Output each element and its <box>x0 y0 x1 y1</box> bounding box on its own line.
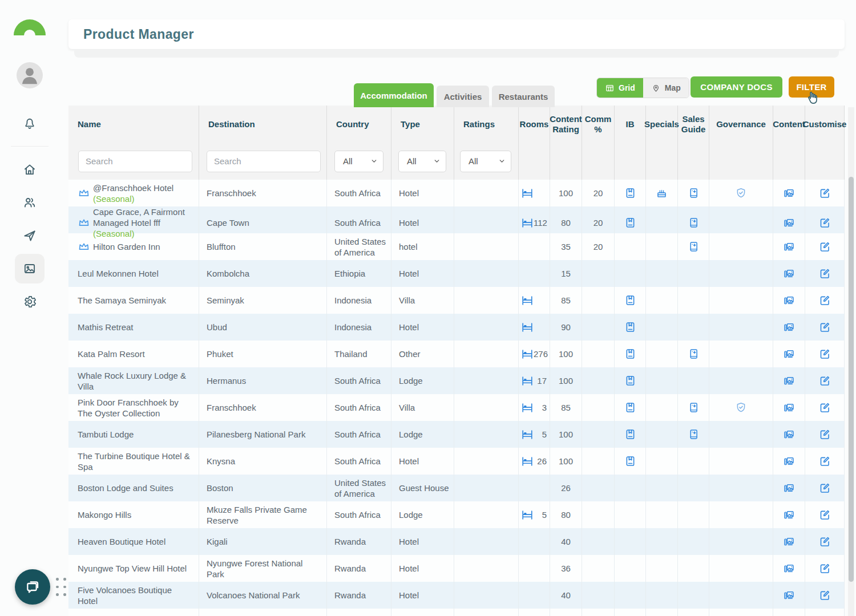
content-gallery-icon[interactable] <box>783 402 795 414</box>
ib-book-icon[interactable] <box>624 321 636 333</box>
customise-edit-icon[interactable] <box>819 321 831 333</box>
specials-cake-icon[interactable] <box>656 187 668 199</box>
content-gallery-icon[interactable] <box>783 536 795 548</box>
destination-cell: Ubud <box>199 314 327 341</box>
type-select-value: All <box>407 156 417 166</box>
ib-book-icon[interactable] <box>624 402 636 414</box>
ratings-select-value: All <box>469 156 478 166</box>
customise-edit-icon[interactable] <box>819 402 831 414</box>
customise-edit-icon[interactable] <box>819 268 831 279</box>
customise-edit-icon[interactable] <box>819 187 831 199</box>
type-select[interactable]: All <box>398 151 446 172</box>
customise-edit-icon[interactable] <box>819 562 831 574</box>
sales-guide-icon[interactable] <box>688 187 700 199</box>
grid-view-label: Grid <box>619 83 635 92</box>
grid-view-button[interactable]: Grid <box>597 78 643 98</box>
tab-restaurants[interactable]: Restaurants <box>492 86 555 107</box>
customise-edit-icon[interactable] <box>819 482 831 494</box>
customise-edit-icon[interactable] <box>819 455 831 467</box>
map-view-button[interactable]: Map <box>643 78 689 98</box>
users-icon[interactable] <box>15 188 45 217</box>
governance-shield-icon[interactable] <box>735 402 747 414</box>
accommodation-name: Heaven Boutique Hotel <box>78 536 165 547</box>
sales-guide-icon[interactable] <box>688 348 700 360</box>
customise-edit-icon[interactable] <box>819 241 831 253</box>
content-gallery-icon[interactable] <box>783 268 795 279</box>
content-gallery-icon[interactable] <box>783 455 795 467</box>
country-cell: South Africa <box>327 421 391 448</box>
filter-button[interactable]: FILTER <box>789 76 834 98</box>
customise-edit-icon[interactable] <box>819 536 831 548</box>
ib-book-icon[interactable] <box>624 294 636 306</box>
accommodation-name: Nyungwe Top View Hill Hotel <box>78 563 187 574</box>
col-header-name: Name <box>68 106 199 143</box>
customise-edit-icon[interactable] <box>819 509 831 521</box>
sidebar <box>0 0 68 616</box>
content-gallery-icon[interactable] <box>783 321 795 333</box>
content-gallery-icon[interactable] <box>783 509 795 521</box>
content-rating-cell: 100 <box>550 421 582 448</box>
content-gallery-icon[interactable] <box>783 217 795 229</box>
media-image-icon[interactable] <box>15 254 45 283</box>
bed-icon <box>521 375 534 387</box>
rooms-cell <box>519 528 550 555</box>
col-header-sales-guide: Sales Guide <box>678 106 709 143</box>
comm-cell <box>582 609 615 616</box>
company-docs-button[interactable]: COMPANY DOCS <box>691 76 782 98</box>
content-gallery-icon[interactable] <box>783 348 795 360</box>
table-row: @Franschhoek Hotel (Seasonal) Franschhoe… <box>68 180 845 206</box>
scrollbar-thumb[interactable] <box>849 177 854 582</box>
ib-book-icon[interactable] <box>624 217 636 229</box>
chat-button[interactable] <box>15 569 50 605</box>
country-select[interactable]: All <box>334 151 383 172</box>
col-header-customise: Customise <box>805 106 845 143</box>
sales-guide-icon[interactable] <box>688 217 700 229</box>
user-avatar[interactable] <box>17 62 43 88</box>
tab-activities[interactable]: Activities <box>437 86 489 107</box>
table-row: Hilton Garden Inn Bluffton United States… <box>68 233 845 260</box>
content-gallery-icon[interactable] <box>783 187 795 199</box>
tab-accommodation[interactable]: Accommodation <box>354 83 434 107</box>
rooms-count: 17 <box>537 375 548 386</box>
content-gallery-icon[interactable] <box>783 241 795 253</box>
customise-edit-icon[interactable] <box>819 348 831 360</box>
customise-edit-icon[interactable] <box>819 589 831 601</box>
accommodation-name: Whale Rock Luxury Lodge & Villa <box>78 370 194 392</box>
ratings-select[interactable]: All <box>460 151 511 172</box>
customise-edit-icon[interactable] <box>819 428 831 440</box>
country-cell: Rwanda <box>327 555 391 582</box>
ib-book-icon[interactable] <box>624 428 636 440</box>
gear-icon[interactable] <box>15 287 45 317</box>
col-header-destination: Destination <box>199 106 327 143</box>
sales-guide-icon[interactable] <box>688 402 700 414</box>
send-icon[interactable] <box>15 221 45 250</box>
ratings-cell <box>454 341 519 367</box>
country-cell <box>327 609 391 616</box>
ib-book-icon[interactable] <box>624 187 636 199</box>
ib-book-icon[interactable] <box>624 455 636 467</box>
customise-edit-icon[interactable] <box>819 375 831 387</box>
customise-edit-icon[interactable] <box>819 294 831 306</box>
name-search-input[interactable] <box>78 151 192 172</box>
content-gallery-icon[interactable] <box>783 562 795 574</box>
destination-search-input[interactable] <box>207 151 321 172</box>
sales-guide-icon[interactable] <box>688 241 700 253</box>
sales-guide-icon[interactable] <box>688 428 700 440</box>
drag-handle[interactable] <box>56 578 66 596</box>
content-gallery-icon[interactable] <box>783 294 795 306</box>
content-gallery-icon[interactable] <box>783 482 795 494</box>
ib-book-icon[interactable] <box>624 375 636 387</box>
content-gallery-icon[interactable] <box>783 589 795 601</box>
ib-book-icon[interactable] <box>624 348 636 360</box>
content-gallery-icon[interactable] <box>783 428 795 440</box>
table-row: Boston Lodge and Suites Boston United St… <box>68 475 845 501</box>
governance-shield-icon[interactable] <box>735 187 747 199</box>
customise-edit-icon[interactable] <box>819 217 831 229</box>
content-gallery-icon[interactable] <box>783 375 795 387</box>
type-cell: Hotel <box>391 314 454 341</box>
country-cell: Indonesia <box>327 314 391 341</box>
table-row: Leul Mekonnen Hotel Kombolcha Ethiopia H… <box>68 260 845 287</box>
home-icon[interactable] <box>15 155 45 184</box>
crown-icon <box>78 217 90 229</box>
notifications-bell-icon[interactable] <box>15 108 45 138</box>
